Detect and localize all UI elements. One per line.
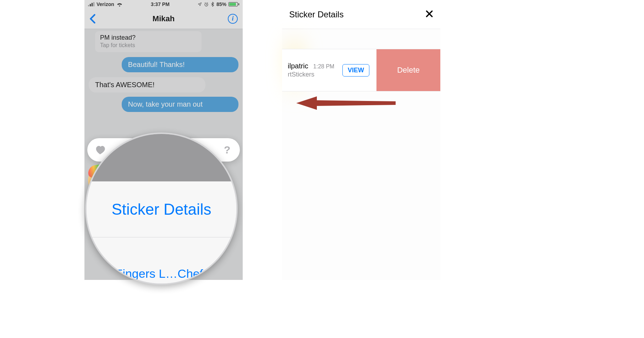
sticker-details-panel: Sticker Details ilpatric 1:28 PM rtStick… — [282, 0, 440, 280]
link-preview-card[interactable]: PM instead? Tap for tickets — [95, 31, 202, 52]
sticker-details-body: ilpatric 1:28 PM rtStickers VIEW Delete — [282, 29, 440, 280]
carrier-label: Verizon — [97, 1, 114, 7]
bluetooth-icon — [211, 2, 214, 7]
status-bar: Verizon 3:37 PM 85% — [84, 0, 243, 9]
alarm-icon — [204, 2, 209, 7]
link-preview-title: PM instead? — [100, 34, 197, 41]
status-time: 3:37 PM — [151, 1, 170, 7]
signal-icon — [88, 2, 94, 6]
battery-pct: 85% — [216, 1, 226, 7]
sticker-details-header: Sticker Details — [282, 0, 440, 29]
location-icon — [198, 2, 202, 6]
messages-nav-bar: Mikah i — [84, 9, 243, 29]
close-button[interactable] — [425, 9, 433, 20]
contact-name[interactable]: Mikah — [84, 14, 243, 23]
context-menu-sticker-details[interactable]: Sticker Details — [87, 181, 236, 237]
view-button[interactable]: VIEW — [342, 64, 369, 77]
message-bubble-incoming[interactable]: That's AWESOME! — [89, 77, 205, 92]
sticker-pack-name: rtStickers — [288, 71, 342, 78]
message-bubble-outgoing[interactable]: Now, take your man out — [122, 97, 238, 112]
sticker-details-title: Sticker Details — [289, 10, 343, 19]
svg-marker-1 — [296, 96, 396, 110]
wifi-icon — [116, 2, 123, 7]
delete-button[interactable]: Delete — [376, 49, 440, 91]
sticker-time: 1:28 PM — [313, 63, 335, 70]
sticker-row[interactable]: ilpatric 1:28 PM rtStickers VIEW Delete — [282, 49, 440, 91]
magnifier-overlay: Sticker Details Fingers L…Chef* — [85, 133, 238, 285]
tapback-heart[interactable] — [93, 142, 108, 157]
tapback-question[interactable]: ? — [220, 142, 235, 157]
battery-icon — [229, 2, 239, 6]
sticker-sender: ilpatric — [288, 62, 308, 70]
swipe-left-arrow — [296, 95, 396, 111]
link-preview-subtitle: Tap for tickets — [100, 42, 197, 49]
